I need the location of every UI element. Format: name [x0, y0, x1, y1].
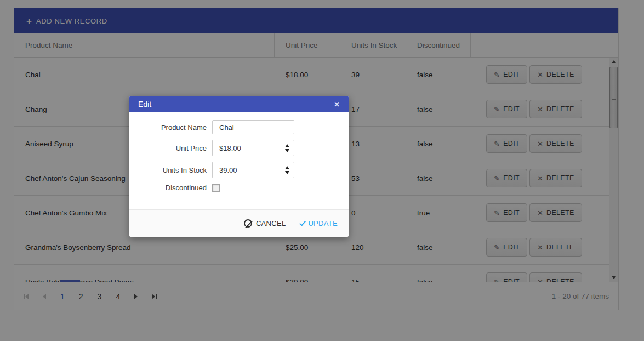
dialog-body: Product Name Unit Price $18.00 Units In … [129, 112, 349, 192]
spinner-up-icon[interactable] [285, 166, 289, 169]
page-background: + ADD NEW RECORD Product Name Unit Price… [0, 0, 644, 341]
spinner-down-icon[interactable] [285, 171, 289, 174]
units-in-stock-numeric-input[interactable]: 39.00 [212, 162, 294, 178]
unit-price-numeric-input[interactable]: $18.00 [212, 140, 294, 156]
cancel-icon [244, 219, 252, 228]
units-in-stock-spinner[interactable] [281, 166, 294, 174]
unit-price-label: Unit Price [129, 144, 207, 152]
spinner-down-icon[interactable] [285, 149, 289, 152]
unit-price-spinner[interactable] [281, 144, 294, 152]
cancel-button[interactable]: CANCEL [244, 219, 286, 228]
edit-dialog: Edit ✕ Product Name Unit Price $18.00 Un [129, 96, 349, 237]
product-name-label: Product Name [129, 123, 207, 132]
close-icon[interactable]: ✕ [334, 100, 340, 109]
update-button[interactable]: UPDATE [301, 219, 338, 228]
check-icon [300, 219, 306, 226]
discontinued-checkbox[interactable] [212, 184, 220, 192]
product-name-input[interactable] [212, 120, 294, 134]
spinner-up-icon[interactable] [285, 144, 289, 147]
dialog-title: Edit [138, 100, 151, 109]
dialog-footer: CANCEL UPDATE [129, 209, 349, 237]
dialog-titlebar: Edit ✕ [129, 96, 349, 112]
units-in-stock-label: Units In Stock [129, 166, 207, 174]
discontinued-label: Discontinued [129, 184, 207, 192]
